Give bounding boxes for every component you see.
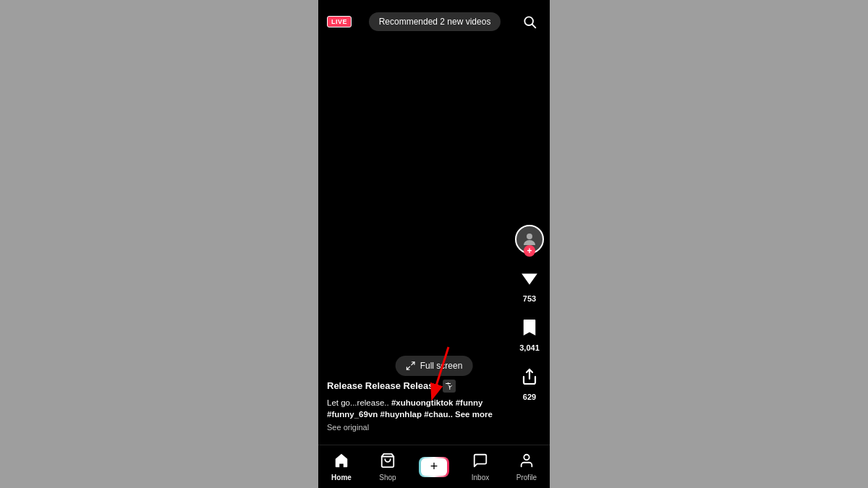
svg-line-3 bbox=[407, 367, 409, 369]
video-description: Let go...release.. #xuhuongtiktok #funny… bbox=[327, 397, 506, 420]
svg-line-2 bbox=[412, 362, 414, 365]
svg-point-6 bbox=[527, 234, 532, 239]
phone-frame: LIVE Recommended 2 new videos Full scree… bbox=[318, 0, 550, 488]
svg-line-1 bbox=[532, 25, 536, 28]
svg-marker-7 bbox=[522, 274, 537, 285]
follow-plus-icon: + bbox=[524, 245, 535, 257]
recommend-text: Recommended 2 new videos bbox=[379, 17, 491, 27]
nav-bar: Home Shop + Inbox bbox=[318, 445, 550, 488]
nav-add[interactable]: + bbox=[411, 457, 457, 477]
nav-profile[interactable]: Profile bbox=[503, 453, 550, 481]
shop-icon bbox=[380, 453, 396, 472]
shop-label: Shop bbox=[379, 474, 396, 481]
top-bar: LIVE Recommended 2 new videos bbox=[318, 0, 550, 43]
like-count: 753 bbox=[523, 294, 536, 303]
like-button[interactable]: 753 bbox=[515, 264, 544, 303]
share-count: 629 bbox=[523, 393, 536, 401]
nav-home[interactable]: Home bbox=[318, 453, 365, 481]
see-more-button[interactable]: See more bbox=[455, 410, 493, 419]
profile-icon bbox=[519, 453, 535, 472]
right-sidebar: + 753 3,041 bbox=[515, 225, 544, 401]
video-title: Release Release Release bbox=[327, 380, 506, 393]
bottom-content: Release Release Release Let go...release… bbox=[327, 380, 506, 432]
recommend-pill[interactable]: Recommended 2 new videos bbox=[369, 12, 501, 31]
search-button[interactable] bbox=[518, 10, 541, 33]
profile-label: Profile bbox=[516, 474, 537, 481]
fullscreen-label: Full screen bbox=[420, 361, 463, 371]
inbox-icon bbox=[472, 453, 488, 472]
bookmark-count: 3,041 bbox=[519, 343, 540, 352]
translate-icon[interactable] bbox=[443, 380, 456, 393]
home-label: Home bbox=[331, 474, 352, 481]
see-original-button[interactable]: See original bbox=[327, 423, 506, 432]
home-icon bbox=[333, 453, 349, 472]
add-button-wrapper: + bbox=[419, 457, 449, 477]
bookmark-button[interactable]: 3,041 bbox=[515, 313, 544, 352]
nav-inbox[interactable]: Inbox bbox=[457, 453, 503, 481]
add-icon: + bbox=[421, 458, 447, 476]
title-text: Release Release Release bbox=[327, 380, 439, 391]
inbox-label: Inbox bbox=[472, 474, 489, 481]
svg-point-10 bbox=[524, 454, 529, 459]
bookmark-icon bbox=[515, 313, 544, 342]
like-icon bbox=[515, 264, 544, 293]
nav-shop[interactable]: Shop bbox=[365, 453, 411, 481]
creator-avatar[interactable]: + bbox=[515, 225, 544, 254]
share-icon bbox=[515, 362, 544, 391]
share-button[interactable]: 629 bbox=[515, 362, 544, 401]
fullscreen-button[interactable]: Full screen bbox=[396, 356, 473, 376]
live-badge: LIVE bbox=[327, 16, 352, 27]
